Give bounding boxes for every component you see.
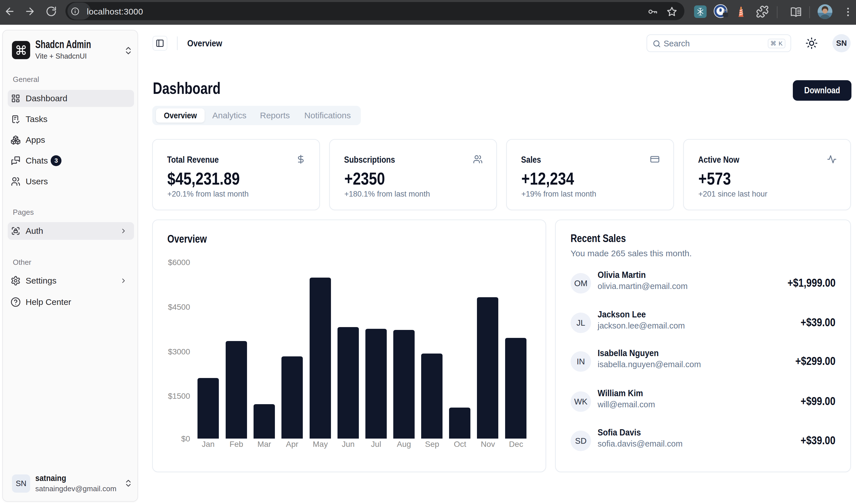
svg-text:$3000: $3000 (168, 347, 190, 356)
svg-text:$4500: $4500 (168, 303, 190, 311)
svg-text:Jun: Jun (342, 440, 354, 449)
svg-text:Jul: Jul (371, 440, 381, 449)
svg-text:May: May (313, 440, 328, 449)
svg-text:$6000: $6000 (168, 258, 190, 267)
svg-text:Aug: Aug (397, 440, 411, 449)
svg-text:Feb: Feb (229, 440, 243, 449)
svg-text:Sep: Sep (425, 440, 439, 449)
svg-text:$1500: $1500 (168, 392, 190, 400)
svg-text:Nov: Nov (481, 440, 495, 449)
svg-text:Oct: Oct (454, 440, 467, 449)
svg-text:$0: $0 (181, 434, 190, 443)
svg-text:Jan: Jan (202, 440, 214, 449)
svg-text:Dec: Dec (509, 440, 523, 449)
svg-text:Apr: Apr (286, 440, 298, 449)
svg-text:Mar: Mar (257, 440, 271, 449)
